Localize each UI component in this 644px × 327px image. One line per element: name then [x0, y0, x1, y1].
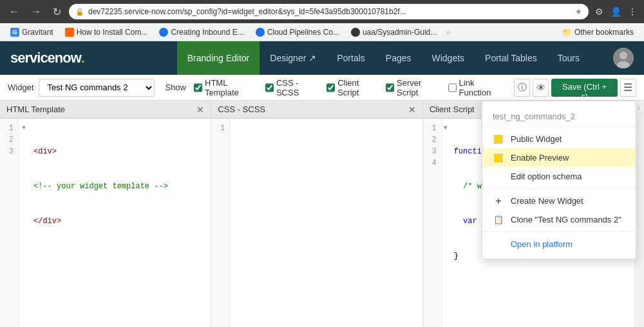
dropdown-create-new-widget[interactable]: + Create New Widget: [482, 192, 636, 210]
nav-designer[interactable]: Designer ↗: [260, 41, 327, 75]
other-bookmarks[interactable]: 📁 Other bookmarks: [557, 26, 639, 38]
widget-select[interactable]: Test NG commands 2: [39, 79, 155, 97]
css-scss-close[interactable]: ✕: [408, 104, 416, 115]
client-line-numbers: 1 2 3 4: [423, 119, 442, 327]
css-code-lines[interactable]: [231, 119, 422, 327]
dropdown-widget-name: test_ng_commands_2: [482, 106, 636, 127]
lock-icon: 🔒: [75, 8, 84, 16]
checkbox-css[interactable]: CSS - SCSS: [265, 78, 319, 97]
address-bar[interactable]: 🔒 dev72235.service-now.com/sp_config?id=…: [69, 4, 589, 19]
clone-icon: 📋: [493, 215, 504, 224]
server-label: Server Script: [397, 78, 440, 97]
clone-widget-label: Clone "Test NG commands 2": [511, 215, 621, 224]
preview-button[interactable]: 👁: [533, 79, 549, 97]
more-icon[interactable]: ⋮: [626, 5, 639, 18]
client-script-title: Client Script: [430, 104, 475, 114]
extensions-icon[interactable]: ⚙: [592, 5, 605, 18]
back-button[interactable]: ←: [5, 5, 23, 19]
bookmark-how-to-install-label: How to Install Com...: [77, 28, 148, 37]
bookmark-how-to-install[interactable]: How to Install Com...: [60, 26, 153, 38]
dropdown-open-in-platform[interactable]: Open in platform: [482, 235, 636, 253]
star-icon[interactable]: ★: [575, 7, 582, 16]
dropdown-edit-option-schema[interactable]: Edit option schema: [482, 167, 636, 186]
profile-icon[interactable]: 👤: [609, 5, 622, 18]
create-plus-icon: +: [493, 197, 504, 206]
bookmark-uaa-sysadmin[interactable]: uaa/Sysadmin-Guid...: [346, 26, 442, 38]
dropdown-clone-widget[interactable]: 📋 Clone "Test NG commands 2": [482, 210, 636, 229]
nav-tours[interactable]: Tours: [547, 41, 590, 75]
html-checkbox[interactable]: [194, 83, 202, 92]
creating-inbound-favicon: [159, 28, 168, 37]
checkbox-group: HTML Template CSS - SCSS Client Script S…: [194, 78, 504, 97]
bookmark-gravitant[interactable]: G Gravitant: [5, 26, 59, 38]
other-bookmarks-label: Other bookmarks: [574, 28, 634, 37]
bookmark-cloud-pipelines-label: Cloud Pipelines Co...: [267, 28, 339, 37]
logo-dot: .: [81, 50, 84, 66]
nav-pages[interactable]: Pages: [375, 41, 422, 75]
html-label: HTML Template: [205, 78, 258, 97]
bookmarks-bar: G Gravitant How to Install Com... Creati…: [0, 23, 644, 41]
show-label: Show: [165, 83, 186, 92]
edit-option-schema-label: Edit option schema: [511, 172, 582, 181]
nav-widgets[interactable]: Widgets: [422, 41, 475, 75]
save-button[interactable]: Save (Ctrl + s): [551, 79, 617, 97]
dropdown-divider-2: [482, 232, 636, 232]
dropdown-public-widget[interactable]: Public Widget: [482, 130, 636, 148]
open-in-platform-label: Open in platform: [511, 239, 573, 249]
enable-preview-label: Enable Preview: [511, 153, 569, 163]
css-scss-code: 1: [211, 119, 422, 327]
dropdown-enable-preview[interactable]: Enable Preview: [482, 148, 636, 167]
css-label: CSS - SCSS: [276, 78, 319, 97]
user-avatar[interactable]: [613, 48, 634, 68]
link-checkbox[interactable]: [448, 83, 457, 92]
checkbox-link[interactable]: Link Function: [448, 78, 504, 97]
html-template-header: HTML Template ✕: [0, 101, 211, 119]
bookmark-creating-inbound-label: Creating Inbound E...: [171, 28, 243, 37]
menu-button[interactable]: ☰: [620, 79, 636, 97]
public-widget-label: Public Widget: [511, 134, 562, 144]
bookmark-cloud-pipelines[interactable]: Cloud Pipelines Co...: [251, 26, 345, 38]
checkbox-html[interactable]: HTML Template: [194, 78, 258, 97]
link-label: Link Function: [459, 78, 504, 97]
reload-button[interactable]: ↻: [49, 5, 65, 19]
browser-chrome: ← → ↻ 🔒 dev72235.service-now.com/sp_conf…: [0, 0, 644, 23]
servicenow-logo: servicenow.: [10, 50, 84, 66]
html-template-close[interactable]: ✕: [196, 104, 204, 115]
client-checkbox[interactable]: [327, 83, 335, 92]
cloud-pipelines-favicon: [256, 28, 265, 37]
widget-label: Widget: [8, 83, 33, 92]
css-checkbox[interactable]: [265, 83, 274, 92]
checkbox-server[interactable]: Server Script: [386, 78, 440, 97]
svg-point-1: [620, 52, 627, 59]
how-to-install-favicon: [65, 28, 74, 37]
address-text: dev72235.service-now.com/sp_config?id=wi…: [88, 7, 406, 16]
css-line-numbers: 1: [211, 119, 231, 327]
bookmark-gravitant-label: Gravitant: [22, 28, 53, 37]
logo-text: servicenow: [10, 50, 81, 66]
nav-branding-editor[interactable]: Branding Editor: [177, 41, 260, 75]
css-scss-panel: CSS - SCSS ✕ 1: [211, 101, 422, 327]
client-label: Client Script: [337, 78, 378, 97]
html-line-numbers: 1 2 3: [0, 119, 19, 327]
enable-preview-checkbox-icon: [493, 154, 504, 163]
css-scss-header: CSS - SCSS ✕: [211, 101, 422, 119]
browser-controls: ← → ↻: [5, 5, 65, 19]
html-template-title: HTML Template: [6, 104, 65, 114]
html-code-expand: ▼: [19, 119, 28, 327]
create-new-widget-label: Create New Widget: [511, 196, 583, 206]
overflow-indicator: ›: [638, 104, 639, 112]
toolbar-right: ⓘ 👁 Save (Ctrl + s) ☰: [514, 79, 636, 97]
html-template-code: 1 2 3 ▼ <div> <!-- your widget template …: [0, 119, 211, 327]
checkbox-client[interactable]: Client Script: [327, 78, 378, 97]
info-button[interactable]: ⓘ: [514, 79, 530, 97]
uaa-sysadmin-favicon: [351, 28, 360, 37]
edit-option-icon: [493, 172, 504, 181]
nav-portals[interactable]: Portals: [327, 41, 375, 75]
app-header: servicenow. Branding Editor Designer ↗ P…: [0, 41, 644, 75]
html-code-lines[interactable]: <div> <!-- your widget template --> </di…: [28, 119, 211, 327]
nav-portal-tables[interactable]: Portal Tables: [475, 41, 547, 75]
server-checkbox[interactable]: [386, 83, 394, 92]
bookmarks-more-icon[interactable]: »: [446, 27, 450, 37]
forward-button[interactable]: →: [27, 5, 45, 19]
bookmark-creating-inbound[interactable]: Creating Inbound E...: [154, 26, 249, 38]
